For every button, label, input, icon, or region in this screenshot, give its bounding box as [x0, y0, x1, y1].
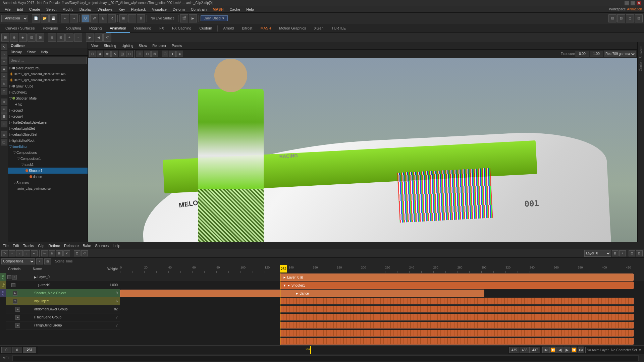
comp-btn2[interactable]: ⊡ — [44, 258, 51, 264]
minimize-button[interactable]: — — [625, 1, 629, 5]
tree-item-objset[interactable]: ▷ defaultObjectSet — [8, 131, 88, 137]
te-layer-btn2[interactable]: + — [619, 250, 626, 256]
expand-btn[interactable]: ▼ — [13, 299, 17, 304]
te-menu-file[interactable]: File — [1, 244, 10, 248]
tab-sculpting[interactable]: Sculpting — [62, 24, 85, 33]
menu-visualize[interactable]: Visualize — [149, 7, 169, 12]
tree-item-hip[interactable]: ◀ hip — [8, 101, 88, 107]
tab-motion-graphics[interactable]: Motion Graphics — [275, 24, 310, 33]
menu-file[interactable]: File — [2, 7, 13, 12]
play-fwd-btn[interactable]: ▶ — [564, 347, 570, 353]
tree-item-psphere[interactable]: ▷ pSphere1 — [8, 89, 88, 95]
tab-turtle[interactable]: TURTLE — [327, 24, 350, 33]
anim-tool-5[interactable]: ⊠ — [36, 34, 44, 42]
rotate-icon[interactable]: ↻ — [1, 80, 7, 87]
menu-help[interactable]: Help — [244, 7, 257, 12]
sculpt-icon[interactable]: ◉ — [1, 66, 7, 72]
next-frame-btn[interactable]: ⏩ — [571, 347, 577, 353]
te-menu-relocate[interactable]: Relocate — [63, 244, 80, 248]
tree-item-shooter1[interactable]: Shooter1 — [8, 168, 88, 174]
snap-grid[interactable]: ⊞ — [119, 14, 127, 22]
vp-btn-2[interactable]: ◉ — [97, 51, 103, 57]
te-clip-striped-3[interactable] — [280, 314, 633, 320]
maximize-button[interactable]: □ — [631, 1, 635, 5]
channel-box-icon[interactable]: ☰ — [1, 113, 7, 120]
current-frame-display[interactable] — [23, 347, 36, 353]
vp-menu-renderer[interactable]: Renderer — [150, 44, 168, 48]
te-delete-btn[interactable]: ✕ — [63, 250, 70, 256]
select-tool[interactable]: Q — [82, 14, 90, 22]
tree-item-track1[interactable]: ▽ track1 — [8, 162, 88, 168]
xray-icon[interactable]: ◫ — [1, 139, 7, 145]
scale-tool[interactable]: R — [108, 14, 116, 22]
te-layer-dropdown[interactable]: Layer_0 — [584, 250, 611, 257]
attr-editor-icon[interactable]: ≡ — [1, 106, 7, 113]
te-clip-striped-1[interactable] — [280, 298, 633, 304]
start-frame-input[interactable] — [1, 347, 11, 353]
tool-settings-icon[interactable]: ⚙ — [1, 131, 7, 138]
vp-btn-smooth[interactable]: ● — [169, 51, 176, 57]
menu-key[interactable]: Key — [116, 7, 127, 12]
tab-custom[interactable]: Custom — [196, 24, 216, 33]
skip-end-btn[interactable]: ⏭ — [578, 347, 584, 353]
te-track-layer0[interactable]: S ▶ Layer_0 — [6, 273, 120, 281]
scale-icon[interactable]: ⊡ — [1, 88, 7, 95]
tab-animation[interactable]: Animation — [106, 24, 130, 33]
redo-btn[interactable]: ↪ — [70, 14, 78, 22]
menu-mash[interactable]: MASH — [210, 7, 226, 12]
vp-btn-4[interactable]: ✕ — [111, 51, 118, 57]
menu-constrain[interactable]: Constrain — [188, 7, 209, 12]
vp-menu-lighting[interactable]: Lighting — [119, 44, 135, 48]
anim-tool-3[interactable]: ◈ — [19, 34, 27, 42]
te-track-track1[interactable]: ▷ track1 1.000 — [6, 281, 120, 289]
te-clip-layer0[interactable]: ► Layer_0 ⊞ — [280, 274, 633, 281]
tab-curves-surfaces[interactable]: Curves / Surfaces — [1, 24, 39, 33]
mode-dropdown[interactable]: Animation — [1, 15, 28, 22]
te-refresh-btn[interactable]: ↻ — [1, 250, 8, 256]
expand-btn[interactable]: ▶ — [15, 323, 20, 328]
te-add-track-btn[interactable]: + — [9, 250, 15, 256]
frame-count[interactable] — [520, 347, 530, 353]
track-solo-btn[interactable]: S — [12, 275, 17, 280]
current-frame-start[interactable] — [12, 347, 22, 353]
right-tool-1[interactable]: ⊡ — [608, 14, 616, 22]
menu-cache[interactable]: Cache — [227, 7, 243, 12]
tree-item-turtle[interactable]: ▷ TurtleDefaultBakeLayer — [8, 119, 88, 125]
te-track-abdomen[interactable]: ▶ abdomenLower Group 82 — [6, 305, 120, 313]
close-button[interactable]: ✕ — [637, 1, 641, 5]
tree-item-sources[interactable]: ▽ Sources — [8, 180, 88, 186]
tree-item-glow-cube[interactable]: ▷ Glow_Cube — [8, 83, 88, 89]
tab-polygons[interactable]: Polygons — [39, 24, 62, 33]
tab-arnold[interactable]: Arnold — [219, 24, 238, 33]
anim-tool-11[interactable]: ◀ — [95, 34, 103, 42]
snap-curve[interactable]: ⌒ — [128, 14, 136, 22]
te-track-up-btn[interactable]: ↑ — [16, 250, 23, 256]
tree-item-animsource[interactable]: anim_Clip1_AnimSource — [8, 186, 88, 192]
frame-437[interactable] — [530, 347, 540, 353]
open-btn[interactable]: 📂 — [41, 14, 49, 22]
expand-btn[interactable]: ▶ — [13, 291, 17, 296]
anim-tool-12[interactable]: ↺ — [103, 34, 111, 42]
outliner-menu-help[interactable]: Help — [40, 50, 49, 54]
vp-btn-9[interactable]: ⊠ — [151, 51, 158, 57]
tree-item-compositions[interactable]: ▽ Compositions — [8, 149, 88, 156]
tree-item-composition1[interactable]: ▽ Composition1 — [8, 156, 88, 162]
right-tool-4[interactable]: ⊡ — [635, 14, 643, 22]
tab-fx[interactable]: FX — [155, 24, 168, 33]
menu-create[interactable]: Create — [26, 7, 43, 12]
vp-btn-wire[interactable]: ⬡ — [162, 51, 168, 57]
te-copy-btn[interactable]: ⊕ — [49, 250, 55, 256]
outliner-menu-display[interactable]: Display — [9, 50, 23, 54]
timeline-tracks[interactable]: ► Layer_0 ⊞ ▼ ► Shooter1 ► dance — [120, 273, 644, 354]
right-tool-3[interactable]: ⊡ — [626, 14, 634, 22]
vp-btn-texture[interactable]: ◈ — [176, 51, 183, 57]
move-icon[interactable]: ✛ — [1, 73, 7, 80]
main-timeline-ruler[interactable]: 252 — [38, 346, 508, 354]
vp-menu-view[interactable]: View — [89, 44, 101, 48]
track-mute-checkbox[interactable] — [11, 283, 15, 287]
move-tool[interactable]: W — [90, 14, 98, 22]
command-input[interactable] — [12, 355, 639, 361]
te-track-down-btn[interactable]: ↓ — [23, 250, 30, 256]
layer-editor-icon[interactable]: ⊞ — [1, 121, 7, 127]
te-menu-bake[interactable]: Bake — [82, 244, 93, 248]
